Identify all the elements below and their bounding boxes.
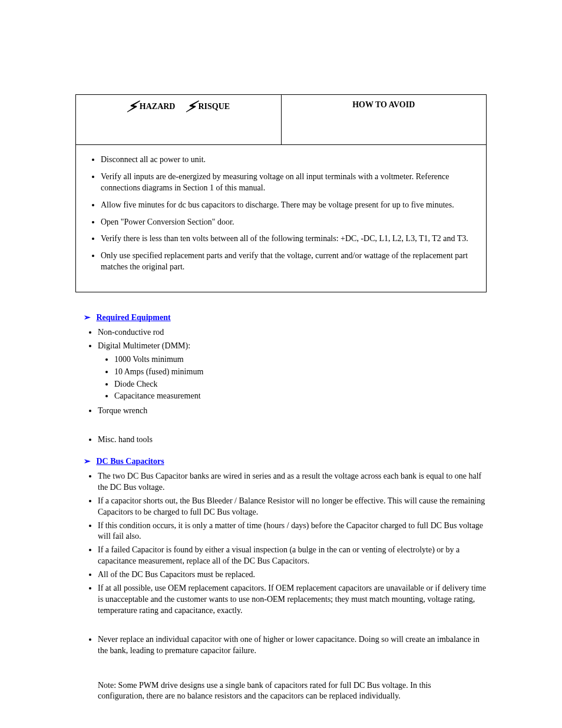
- list-item: Verify there is less than ten volts betw…: [101, 233, 479, 245]
- list-item: If at all possible, use OEM replacement …: [98, 583, 487, 617]
- hazard-label: HAZARD: [140, 102, 176, 111]
- list-item: Digital Multimeter (DMM):: [98, 341, 487, 352]
- hazard-table: ⚡︎ HAZARD ⚡︎ RISQUE HOW TO AVOID Disconn…: [75, 94, 487, 292]
- required-equipment-list-2: Torque wrench Misc. hand tools: [98, 406, 487, 446]
- note-text: Note: Some PWM drive designs use a singl…: [98, 680, 475, 703]
- hazard-body-cell: Disconnect all ac power to unit. Verify …: [76, 145, 487, 292]
- risque-label: RISQUE: [198, 102, 230, 111]
- dmm-spec-list: 1000 Volts minimum 10 Amps (fused) minim…: [114, 354, 487, 403]
- list-item: If a failed Capacitor is found by either…: [98, 545, 487, 567]
- required-equipment-list: Non-conductive rod Digital Multimeter (D…: [98, 327, 487, 352]
- list-item: Never replace an individual capacitor wi…: [98, 634, 487, 657]
- list-item: Capacitance measurement: [114, 391, 487, 402]
- dc-bus-capacitors-list: The two DC Bus Capacitor banks are wired…: [98, 471, 487, 656]
- list-item: Diode Check: [114, 379, 487, 390]
- list-item: Misc. hand tools: [98, 434, 487, 446]
- list-item: The two DC Bus Capacitor banks are wired…: [98, 471, 487, 493]
- section-heading-required-equipment: ➢ Required Equipment: [84, 312, 487, 324]
- list-item: Non-conductive rod: [98, 327, 487, 338]
- list-item: All of the DC Bus Capacitors must be rep…: [98, 569, 487, 581]
- list-item: Allow five minutes for dc bus capacitors…: [101, 200, 479, 211]
- list-item: Open "Power Conversion Section" door.: [101, 217, 479, 228]
- hazard-bullet-list: Disconnect all ac power to unit. Verify …: [101, 154, 479, 273]
- hazard-header-right: HOW TO AVOID: [281, 95, 487, 145]
- dc-bus-capacitors-link[interactable]: DC Bus Capacitors: [97, 457, 164, 466]
- hazard-header-left: ⚡︎ HAZARD ⚡︎ RISQUE: [76, 95, 282, 145]
- required-equipment-link[interactable]: Required Equipment: [97, 313, 171, 322]
- list-item: Disconnect all ac power to unit.: [101, 154, 479, 166]
- section-heading-dc-bus-capacitors: ➢ DC Bus Capacitors: [84, 456, 487, 467]
- arrow-icon: ➢: [84, 456, 94, 467]
- list-item: If a capacitor shorts out, the Bus Bleed…: [98, 496, 487, 518]
- lightning-icon: ⚡︎: [184, 100, 197, 115]
- list-item: Verify all inputs are de-energized by me…: [101, 172, 479, 194]
- list-item: If this condition occurs, it is only a m…: [98, 521, 487, 543]
- page: ⚡︎ HAZARD ⚡︎ RISQUE HOW TO AVOID Disconn…: [0, 0, 562, 728]
- lightning-icon: ⚡︎: [125, 100, 138, 115]
- list-item: 1000 Volts minimum: [114, 354, 487, 365]
- list-item: Only use specified replacement parts and…: [101, 251, 479, 273]
- how-to-avoid-label: HOW TO AVOID: [352, 100, 415, 109]
- list-item: Torque wrench: [98, 406, 487, 417]
- list-item: 10 Amps (fused) minimum: [114, 367, 487, 378]
- arrow-icon: ➢: [84, 312, 94, 324]
- body-content: ➢ Required Equipment Non-conductive rod …: [75, 312, 487, 702]
